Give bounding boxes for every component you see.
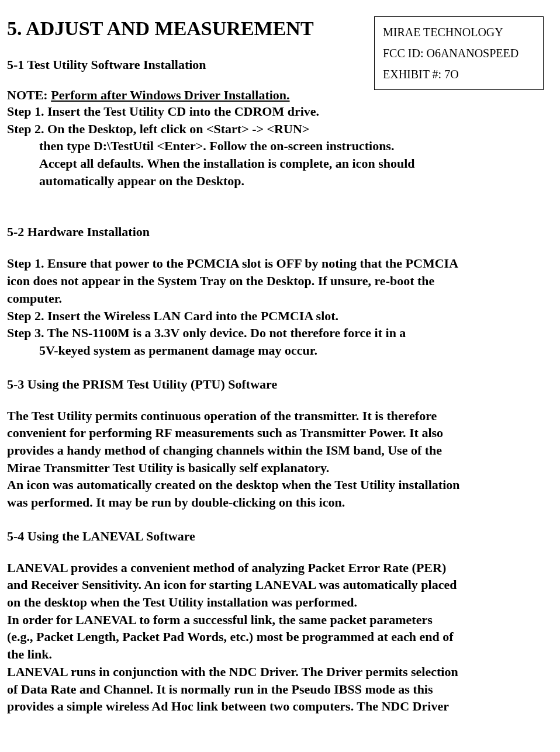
section-5-3-p1-l4: Mirae Transmitter Test Utility is basica…: [7, 459, 553, 477]
section-5-3-p2-l1: An icon was automatically created on the…: [7, 476, 553, 494]
section-5-4-p2-l3: the link.: [7, 646, 553, 663]
section-5-1-step1: Step 1. Insert the Test Utility CD into …: [7, 103, 553, 120]
header-info-box: MIRAE TECHNOLOGY FCC ID: O6ANANOSPEED EX…: [374, 16, 544, 90]
header-fcc-id: FCC ID: O6ANANOSPEED: [383, 43, 535, 64]
section-5-1-step2-cont2: Accept all defaults. When the installati…: [7, 155, 553, 172]
section-5-2-step1-l3: computer.: [7, 290, 553, 307]
section-5-1-step2-cont3: automatically appear on the Desktop.: [7, 172, 553, 190]
section-5-2-step3-l2: 5V-keyed system as permanent damage may …: [7, 342, 553, 359]
section-5-3-heading: 5-3 Using the PRISM Test Utility (PTU) S…: [7, 377, 553, 392]
section-5-2-step2: Step 2. Insert the Wireless LAN Card int…: [7, 307, 553, 325]
section-5-4-p3-l1: LANEVAL runs in conjunction with the NDC…: [7, 663, 553, 681]
section-5-2-step1-l2: icon does not appear in the System Tray …: [7, 272, 553, 290]
section-5-1-step2-cont1: then type D:\TestUtil <Enter>. Follow th…: [7, 137, 553, 155]
section-5-4-heading: 5-4 Using the LANEVAL Software: [7, 529, 553, 544]
section-5-1-step2: Step 2. On the Desktop, left click on <S…: [7, 120, 553, 138]
section-5-4-p1-l2: and Receiver Sensitivity. An icon for st…: [7, 576, 553, 594]
section-5-4-p3-l2: of Data Rate and Channel. It is normally…: [7, 681, 553, 698]
section-5-4-p1-l3: on the desktop when the Test Utility ins…: [7, 594, 553, 611]
section-5-2-heading: 5-2 Hardware Installation: [7, 224, 553, 240]
section-5-3-p1-l2: convenient for performing RF measurement…: [7, 424, 553, 442]
section-5-2-step1-l1: Step 1. Ensure that power to the PCMCIA …: [7, 255, 553, 272]
section-5-4-p3-l3: provides a simple wireless Ad Hoc link b…: [7, 698, 553, 715]
header-company: MIRAE TECHNOLOGY: [383, 22, 535, 43]
section-5-3-p2-l2: was performed. It may be run by double-c…: [7, 494, 553, 511]
note-prefix: NOTE:: [7, 88, 51, 102]
section-5-4-p1-l1: LANEVAL provides a convenient method of …: [7, 559, 553, 577]
header-exhibit: EXHIBIT #: 7O: [383, 64, 535, 85]
section-5-2-step3-l1: Step 3. The NS-1100M is a 3.3V only devi…: [7, 324, 553, 342]
section-5-3-p1-l3: provides a handy method of changing chan…: [7, 442, 553, 459]
note-underlined: Perform after Windows Driver Installatio…: [51, 88, 289, 102]
section-5-4-p2-l1: In order for LANEVAL to form a successfu…: [7, 611, 553, 629]
section-5-3-p1-l1: The Test Utility permits continuous oper…: [7, 407, 553, 425]
section-5-4-p2-l2: (e.g., Packet Length, Packet Pad Words, …: [7, 628, 553, 646]
